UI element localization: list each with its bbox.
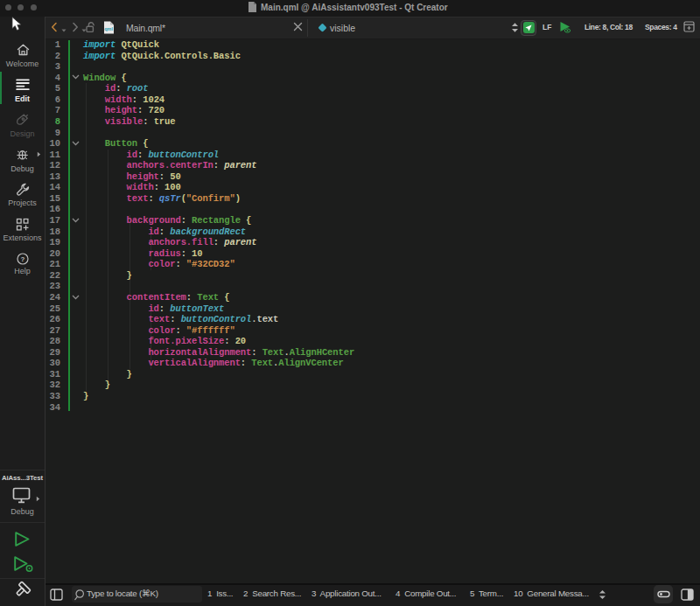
svg-text:?: ? (21, 255, 25, 263)
svg-text:qml: qml (104, 26, 113, 31)
